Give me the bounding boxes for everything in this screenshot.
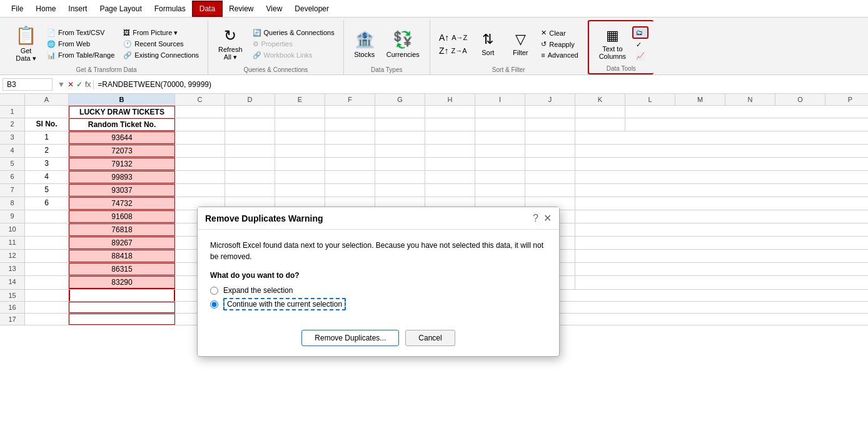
dialog-title: Remove Duplicates Warning [205, 213, 323, 223]
current-selection-option[interactable]: Continue with the current selection [210, 300, 547, 309]
current-selection-radio[interactable] [210, 300, 218, 309]
dialog-body: Microsoft Excel found data next to your … [198, 230, 559, 324]
dialog-title-bar: Remove Duplicates Warning ? ✕ [198, 207, 559, 230]
dialog-question: What do you want to do? [210, 271, 547, 280]
dialog-close-button[interactable]: ✕ [543, 212, 552, 224]
expand-selection-radio[interactable] [210, 287, 218, 295]
expand-selection-label[interactable]: Expand the selection [223, 286, 293, 295]
dialog-footer: Remove Duplicates... Cancel [198, 324, 559, 325]
expand-selection-option[interactable]: Expand the selection [210, 286, 547, 295]
dialog-help-button[interactable]: ? [533, 213, 538, 224]
current-selection-label[interactable]: Continue with the current selection [223, 300, 346, 309]
dialog-overlay: Remove Duplicates Warning ? ✕ Microsoft … [0, 0, 868, 325]
remove-duplicates-dialog: Remove Duplicates Warning ? ✕ Microsoft … [197, 207, 560, 325]
dialog-message: Microsoft Excel found data next to your … [210, 240, 547, 262]
